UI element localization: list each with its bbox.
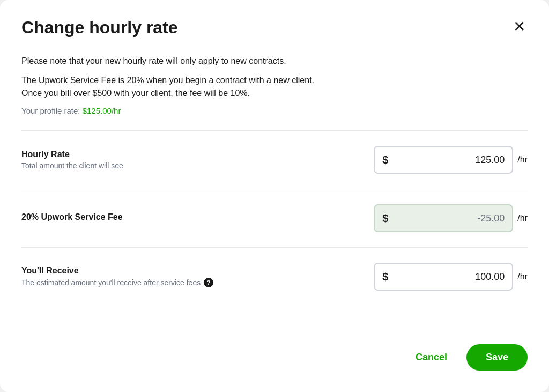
modal-footer: Cancel Save [21,327,528,371]
you-receive-input[interactable] [392,271,505,283]
modal-header: Change hourly rate ✕ [21,17,528,38]
you-receive-input-group: $ /hr [374,263,528,291]
service-fee-per-hr: /hr [517,213,528,223]
service-fee-dollar-sign: $ [382,212,388,225]
hourly-rate-dollar-sign: $ [382,154,388,166]
profile-rate-label: Your profile rate: [21,106,80,115]
you-receive-dollar-sign: $ [382,271,388,283]
service-fee-label: 20% Upwork Service Fee [21,212,374,224]
fee-text-line1: The Upwork Service Fee is 20% when you b… [21,76,314,85]
you-receive-sub-text: The estimated amount you'll receive afte… [21,278,201,287]
service-fee-input [392,213,505,224]
hourly-rate-label: Hourly Rate Total amount the client will… [21,150,374,170]
service-fee-input-group: $ /hr [374,204,528,232]
cancel-button[interactable]: Cancel [407,345,456,369]
help-icon[interactable]: ? [204,278,213,287]
hourly-rate-row: Hourly Rate Total amount the client will… [21,130,528,189]
hourly-rate-input-group: $ /hr [374,146,528,174]
you-receive-title: You'll Receive [21,266,374,276]
hourly-rate-input-wrapper: $ [374,146,513,174]
info-section: Please note that your new hourly rate wi… [21,55,528,115]
service-fee-row: 20% Upwork Service Fee $ /hr [21,189,528,247]
service-fee-input-wrapper: $ [374,204,513,232]
you-receive-input-wrapper: $ [374,263,513,291]
change-hourly-rate-modal: Change hourly rate ✕ Please note that yo… [0,0,549,392]
modal-title: Change hourly rate [21,17,178,38]
save-button[interactable]: Save [466,344,528,371]
hourly-rate-input[interactable] [392,154,505,166]
you-receive-row: You'll Receive The estimated amount you'… [21,247,528,306]
profile-rate-value: $125.00/hr [83,106,121,115]
you-receive-per-hr: /hr [517,272,528,282]
close-button[interactable]: ✕ [511,17,528,36]
service-fee-title: 20% Upwork Service Fee [21,212,374,222]
note-text: Please note that your new hourly rate wi… [21,55,528,68]
profile-rate: Your profile rate: $125.00/hr [21,106,528,115]
you-receive-sub: The estimated amount you'll receive afte… [21,278,374,287]
hourly-rate-sub: Total amount the client will see [21,161,374,170]
hourly-rate-title: Hourly Rate [21,150,374,159]
fee-text: The Upwork Service Fee is 20% when you b… [21,74,528,100]
fee-text-line2: Once you bill over $500 with your client… [21,88,250,98]
you-receive-label: You'll Receive The estimated amount you'… [21,266,374,287]
hourly-rate-per-hr: /hr [517,155,528,165]
